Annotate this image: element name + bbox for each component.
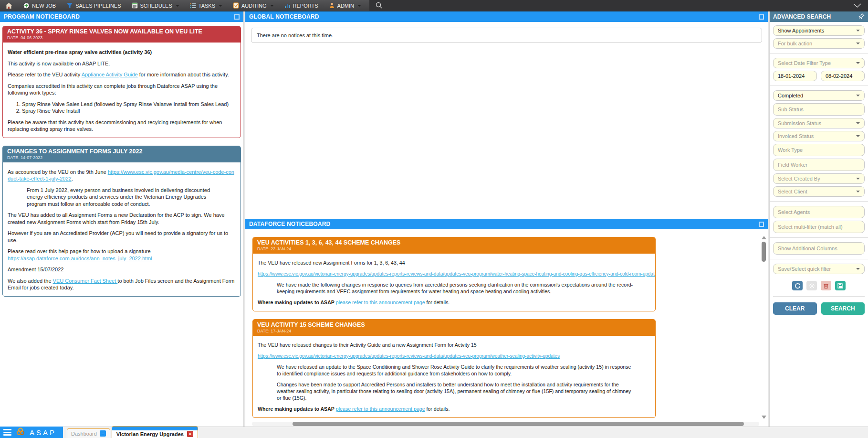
veu-consumer-fact-sheet-link[interactable]: VEU Consumer Fact Sheet <box>53 278 118 284</box>
created-by-dropdown[interactable]: Select Created By <box>773 173 865 184</box>
additional-columns-input[interactable]: Show Additional Columns <box>773 242 865 255</box>
nav-home[interactable] <box>0 0 18 11</box>
refresh-button[interactable] <box>792 281 803 290</box>
appliance-activity-guide-link[interactable]: Appliance Activity Guide <box>82 72 138 77</box>
text: . <box>72 176 73 182</box>
list-item: Spray Rinse Valve Install <box>22 107 236 115</box>
popout-icon[interactable] <box>234 14 240 20</box>
settings-gear-button[interactable] <box>806 281 817 290</box>
chevron-down-icon <box>357 5 361 7</box>
input-placeholder: Select multi-filter (match all) <box>778 224 843 230</box>
status-dropdown[interactable]: Completed <box>773 90 865 101</box>
nav-label: REPORTS <box>293 3 318 9</box>
program-noticeboard-body: ACTIVITY 36 - SPRAY RINSE VALVES NOW AVA… <box>0 22 243 427</box>
minimize-icon[interactable]: – <box>100 430 106 437</box>
notice-activity-36: ACTIVITY 36 - SPRAY RINSE VALVES NOW AVA… <box>2 26 241 138</box>
esc-updates-link[interactable]: https://www.esc.vic.gov.au/victorian-ene… <box>258 271 656 277</box>
save-button[interactable] <box>835 281 846 290</box>
brand-name: ASAP <box>30 428 56 437</box>
nav-label: AUDITING <box>241 3 267 9</box>
horizontal-scrollbar[interactable] <box>252 422 759 426</box>
dropdown-value: Completed <box>778 93 803 98</box>
notice-paragraph: https://www.esc.vic.gov.au/victorian-ene… <box>258 353 650 360</box>
nav-tasks[interactable]: TASKS <box>185 0 228 11</box>
tab-victorian-energy-upgrades[interactable]: Victorian Energy Upgrades x <box>112 426 198 438</box>
scrollbar-thumb[interactable] <box>762 242 766 262</box>
advanced-search-header: ADVANCED SEARCH <box>770 11 868 22</box>
date-range-row: 18-01-2024 08-02-2024 <box>773 71 865 81</box>
nav-schedules[interactable]: SCHEDULES <box>126 0 185 11</box>
announcement-page-link[interactable]: please refer to this announcement page <box>336 299 425 305</box>
tasks-icon <box>190 3 196 9</box>
chevron-down-icon <box>856 178 860 180</box>
bottom-taskbar: ASAP Dashboard – Victorian Energy Upgrad… <box>0 427 868 438</box>
popout-icon[interactable] <box>759 14 764 20</box>
invoiced-status-dropdown[interactable]: Invoiced Status <box>773 131 865 141</box>
field-worker-input[interactable]: Field Worker <box>773 159 865 171</box>
clear-button[interactable]: CLEAR <box>773 302 817 315</box>
dropdown-placeholder: Submission Status <box>778 120 821 126</box>
tab-dashboard[interactable]: Dashboard – <box>67 428 110 438</box>
notice-paragraph: Where making updates to ASAP please refe… <box>258 406 650 413</box>
text: As accounced by the VEU on the 9th June <box>8 169 108 175</box>
main-content: PROGRAM NOTICEBOARD ACTIVITY 36 - SPRAY … <box>0 11 868 427</box>
close-icon[interactable]: x <box>187 431 193 437</box>
nav-new-job[interactable]: NEW JOB <box>18 0 61 11</box>
submission-status-dropdown[interactable]: Submission Status <box>773 118 865 128</box>
date-filter-type-dropdown[interactable]: Select Date Filter Type <box>773 58 865 68</box>
date-to-input[interactable]: 08-02-2024 <box>821 71 865 81</box>
chevron-down-icon <box>856 135 860 137</box>
agents-input[interactable]: Select Agents <box>773 206 865 218</box>
multi-filter-input[interactable]: Select multi-filter (match all) <box>773 221 865 233</box>
sub-status-input[interactable]: Sub Status <box>773 103 865 116</box>
quick-filter-actions <box>770 281 868 290</box>
notice-paragraph: https://www.esc.vic.gov.au/victorian-ene… <box>258 271 650 278</box>
menu-hamburger-icon[interactable] <box>3 429 11 436</box>
text: Where making updates to ASAP <box>258 299 335 305</box>
nav-auditing[interactable]: AUDITING <box>228 0 279 11</box>
vertical-scrollbar[interactable] <box>761 236 766 419</box>
scroll-up-arrow[interactable] <box>762 236 766 239</box>
input-placeholder: Work Type <box>778 147 803 153</box>
notice-quote: Changes have been made to support Accred… <box>277 382 636 402</box>
work-type-input[interactable]: Work Type <box>773 144 865 156</box>
bulk-action-dropdown[interactable]: For bulk action <box>773 38 865 49</box>
delete-trash-button[interactable] <box>821 281 831 290</box>
calendar-icon <box>132 2 138 9</box>
chart-icon <box>284 2 291 9</box>
notice-paragraph: Please read over this help page for how … <box>8 248 236 262</box>
notice-title: CHANGES TO ASSIGNMENT FORMS JULY 2022 <box>7 148 236 155</box>
tab-label: Dashboard <box>71 431 97 437</box>
scrollbar-thumb[interactable] <box>293 422 744 426</box>
divider <box>770 85 868 86</box>
esc-weather-sealing-link[interactable]: https://www.esc.vic.gov.au/victorian-ene… <box>258 353 560 359</box>
plus-icon <box>23 2 30 9</box>
global-noticeboard-body: There are no notices at this time. <box>245 22 768 219</box>
global-search-bar[interactable] <box>369 0 847 11</box>
client-dropdown[interactable]: Select Client <box>773 186 865 197</box>
dropdown-placeholder: For bulk action <box>778 41 812 46</box>
funnel-icon <box>66 2 73 9</box>
announcement-page-link[interactable]: please refer to this announcement page <box>336 406 425 412</box>
nav-admin[interactable]: ADMIN <box>324 0 366 11</box>
quick-filter-dropdown[interactable]: Save/Select quick filter <box>773 264 865 274</box>
notice-paragraph: We also added the VEU Consumer Fact Shee… <box>8 278 236 291</box>
scroll-down-arrow[interactable] <box>762 416 766 419</box>
chevron-down-icon <box>856 268 860 270</box>
nav-label: SALES PIPELINES <box>75 3 121 9</box>
popout-icon[interactable] <box>759 222 764 227</box>
search-button[interactable]: SEARCH <box>821 302 865 315</box>
nav-sales-pipelines[interactable]: SALES PIPELINES <box>61 0 126 11</box>
nav-reports[interactable]: REPORTS <box>279 0 324 11</box>
nav-expand-chevron[interactable] <box>847 0 868 11</box>
program-noticeboard-panel: PROGRAM NOTICEBOARD ACTIVITY 36 - SPRAY … <box>0 11 243 427</box>
notice-title: VEU ACTIVITIES 1, 3, 6, 43, 44 SCHEME CH… <box>257 239 651 246</box>
show-appointments-dropdown[interactable]: Show Appointments <box>773 25 865 36</box>
ann-notes-link[interactable]: https://asap.dataforce.com.au/docs/ann_n… <box>8 256 152 261</box>
pin-icon[interactable] <box>858 13 865 21</box>
notice-paragraph: The VEU have released new Assignment For… <box>258 260 650 267</box>
dataforce-noticeboard-body: VEU ACTIVITIES 1, 3, 6, 43, 44 SCHEME CH… <box>245 229 768 427</box>
date-from-input[interactable]: 18-01-2024 <box>773 71 817 81</box>
notice-date: DATE: 22-JAN-24 <box>257 246 651 251</box>
notice-header: VEU ACTIVITIES 1, 3, 6, 43, 44 SCHEME CH… <box>253 237 655 254</box>
